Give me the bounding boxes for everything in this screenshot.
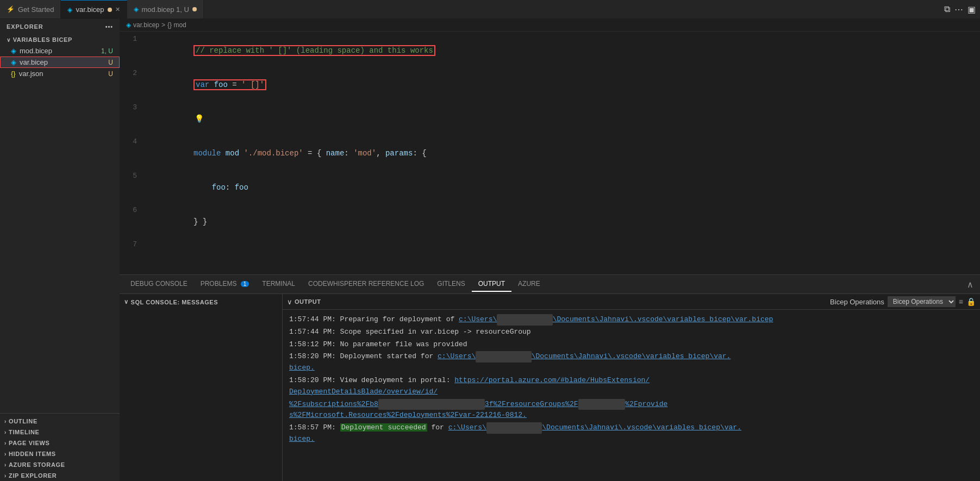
panel-tabs: DEBUG CONSOLE PROBLEMS 1 TERMINAL CODEWH…: [120, 275, 980, 294]
page-views-label: PAGE VIEWS: [9, 440, 49, 446]
tab-problems-label: PROBLEMS: [201, 280, 237, 288]
tab-bar: ⚡ Get Started ◈ var.bicep ✕ ◈ mod.bicep …: [0, 0, 980, 19]
sidebar-hidden-items[interactable]: › HIDDEN ITEMS: [0, 448, 120, 459]
highlight-box-2: var foo = ' []': [193, 79, 266, 90]
subscription-path[interactable]: %2Fsubscriptions%2Fb8 3f%2FresourceGroup…: [289, 400, 667, 408]
main-area: EXPLORER ••• ∨ VARIABLES BICEP ◈ mod.bic…: [0, 19, 980, 481]
output-path-1[interactable]: c:\Users\ \Documents\Jahnavi\.vscode\var…: [459, 315, 773, 323]
var-json-file-icon: {}: [11, 70, 16, 78]
tab-mod-bicep-label: mod.bicep 1, U: [142, 5, 189, 14]
lightbulb-icon[interactable]: 💡: [195, 115, 204, 123]
timeline-label: TIMELINE: [9, 429, 40, 435]
output-path-2[interactable]: c:\Users\ \Documents\Jahnavi\.vscode\var…: [438, 352, 731, 360]
output-chevron: ∨: [287, 298, 292, 306]
tab-gitlens[interactable]: GITLENS: [430, 277, 471, 292]
output-path-2b[interactable]: bicep.: [289, 364, 315, 372]
bottom-panel: DEBUG CONSOLE PROBLEMS 1 TERMINAL CODEWH…: [120, 274, 980, 481]
line-number-6: 6: [120, 205, 146, 216]
portal-link[interactable]: https://portal.azure.com/#blade/HubsExte…: [289, 376, 650, 396]
code-line-6: 6 } }: [120, 205, 980, 239]
hidden-items-label: HIDDEN ITEMS: [9, 451, 56, 457]
sidebar-item-var-json[interactable]: {} var.json U: [0, 68, 120, 79]
tab-debug-console[interactable]: DEBUG CONSOLE: [124, 277, 194, 292]
output-panel: ∨ OUTPUT Bicep Operations Bicep Operatio…: [283, 294, 980, 481]
split-editor-icon[interactable]: ⧉: [944, 4, 950, 14]
line-number-7: 7: [120, 239, 146, 250]
code-line-3: 3 💡: [120, 102, 980, 136]
code-line-1: 1 // replace with ' []' (leading space) …: [120, 34, 980, 68]
line-content-7: [146, 239, 980, 251]
zip-explorer-label: ZIP EXPLORER: [9, 472, 57, 479]
get-started-icon: ⚡: [7, 5, 15, 13]
tab-get-started[interactable]: ⚡ Get Started: [0, 0, 61, 18]
layout-icon[interactable]: ▣: [967, 4, 976, 15]
var-bicep-file-icon: ◈: [11, 58, 16, 66]
panel-content: ∨ SQL CONSOLE: MESSAGES ∨ OUTPUT Bicep O…: [120, 294, 980, 481]
bicep-operations-label: Bicep Operations: [830, 298, 884, 306]
line-number-5: 5: [120, 171, 146, 182]
output-path-3[interactable]: c:\Users\ \Documents\Jahnavi\.vscode\var…: [448, 423, 741, 432]
var-bicep-filename: var.bicep: [20, 58, 48, 66]
tab-mod-bicep[interactable]: ◈ mod.bicep 1, U: [127, 0, 204, 18]
sidebar-azure-storage[interactable]: › AZURE STORAGE: [0, 459, 120, 470]
var-json-badge: U: [108, 70, 113, 78]
azure-storage-label: AZURE STORAGE: [9, 461, 65, 468]
redacted-5: [486, 422, 542, 434]
sidebar: EXPLORER ••• ∨ VARIABLES BICEP ◈ mod.bic…: [0, 19, 120, 481]
sql-console-panel: ∨ SQL CONSOLE: MESSAGES: [120, 294, 283, 481]
clear-output-icon[interactable]: ≡: [959, 297, 963, 306]
tab-terminal[interactable]: TERMINAL: [255, 277, 302, 292]
redacted-4: [578, 399, 626, 410]
output-header-label: OUTPUT: [295, 298, 321, 305]
var-bicep-icon: ◈: [67, 6, 72, 14]
sidebar-page-views[interactable]: › PAGE VIEWS: [0, 438, 120, 448]
sidebar-item-mod-bicep[interactable]: ◈ mod.bicep 1, U: [0, 45, 120, 57]
tab-output-label: OUTPUT: [478, 280, 505, 288]
output-line-3: 1:58:12 PM: No parameter file was provid…: [289, 339, 973, 351]
redacted-3: [378, 399, 485, 410]
output-header: ∨ OUTPUT Bicep Operations Bicep Operatio…: [283, 294, 980, 310]
content-area: ◈ var.bicep > {} mod 1 // replace with '…: [120, 19, 980, 481]
output-path-3b[interactable]: bicep.: [289, 435, 315, 443]
line-number-2: 2: [120, 68, 146, 79]
page-views-chevron: ›: [4, 440, 7, 446]
tab-close-button[interactable]: ✕: [115, 6, 120, 13]
variables-bicep-section: ∨ VARIABLES BICEP: [0, 34, 120, 45]
lock-output-icon[interactable]: 🔒: [966, 297, 976, 306]
output-channel-select[interactable]: Bicep Operations: [888, 296, 956, 307]
sidebar-timeline[interactable]: › TIMELINE: [0, 427, 120, 438]
subscription-path-2[interactable]: s%2FMicrosoft.Resources%2Fdeployments%2F…: [289, 411, 527, 419]
line-number-1: 1: [120, 34, 146, 45]
line-content-6: } }: [146, 205, 980, 239]
tab-codewhisperer[interactable]: CODEWHISPERER REFERENCE LOG: [302, 277, 430, 292]
line-content-3[interactable]: 💡: [146, 102, 980, 136]
tab-debug-console-label: DEBUG CONSOLE: [130, 280, 188, 288]
top-right-actions: ⧉ ⋯ ▣: [944, 4, 980, 15]
sql-console-chevron: ∨: [124, 298, 129, 305]
section-chevron[interactable]: ∨: [7, 37, 11, 43]
tab-modified-indicator: [108, 8, 112, 12]
mod-bicep-badge: 1, U: [101, 47, 113, 55]
var-json-filename: var.json: [19, 70, 43, 78]
tab-azure[interactable]: AZURE: [511, 277, 547, 292]
line-number-4: 4: [120, 136, 146, 147]
tab-output[interactable]: OUTPUT: [472, 277, 511, 292]
sidebar-outline[interactable]: › OUTLINE: [0, 416, 120, 427]
mod-bicep-file-icon: ◈: [11, 47, 16, 55]
code-line-4: 4 module mod './mod.bicep' = { name: 'mo…: [120, 136, 980, 171]
explorer-more-icon[interactable]: •••: [105, 23, 113, 30]
hidden-items-chevron: ›: [4, 451, 7, 457]
tab-problems[interactable]: PROBLEMS 1: [194, 277, 256, 292]
more-actions-icon[interactable]: ⋯: [954, 4, 963, 15]
code-editor[interactable]: 1 // replace with ' []' (leading space) …: [120, 32, 980, 274]
panel-close-button[interactable]: ∧: [965, 277, 976, 292]
timeline-chevron: ›: [4, 429, 7, 435]
output-line-4: 1:58:20 PM: Deployment started for c:\Us…: [289, 351, 973, 374]
tab-var-bicep[interactable]: ◈ var.bicep ✕: [61, 0, 127, 18]
tab-codewhisperer-label: CODEWHISPERER REFERENCE LOG: [308, 280, 424, 288]
line-content-2: var foo = ' []': [146, 68, 980, 102]
sidebar-zip-explorer[interactable]: › ZIP EXPLORER: [0, 470, 120, 481]
code-line-2: 2 var foo = ' []': [120, 68, 980, 102]
sidebar-item-var-bicep[interactable]: ◈ var.bicep U: [0, 57, 120, 68]
sidebar-divider-1: [0, 413, 120, 414]
